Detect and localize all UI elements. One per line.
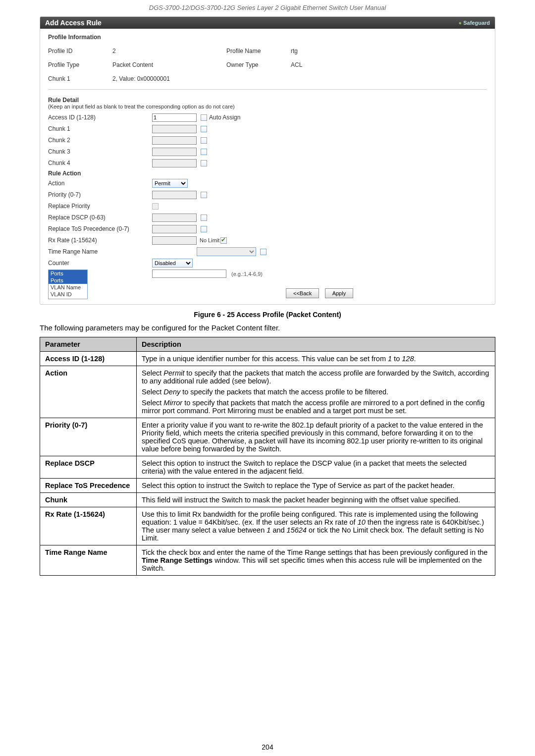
param-desc-paragraph: Select this option to instruct the Switc… [142, 459, 490, 475]
doc-header: DGS-3700-12/DGS-3700-12G Series Layer 2 … [0, 0, 535, 11]
th-description: Description [137, 337, 495, 352]
replace-dscp-input[interactable] [152, 214, 197, 222]
param-desc-paragraph: Use this to limit Rx bandwidth for the p… [142, 510, 490, 542]
rule-action-heading: Rule Action [48, 170, 487, 177]
param-desc-cell: Select this option to instruct the Switc… [137, 456, 495, 479]
action-label: Action [48, 180, 152, 187]
param-desc-paragraph: Select this option to instruct the Switc… [142, 482, 490, 489]
ports-listbox[interactable]: Ports Ports VLAN Name VLAN ID [48, 270, 88, 299]
owner-type-label: Owner Type [226, 61, 291, 68]
row-profile-id: Profile ID 2 Profile Name rtg [48, 48, 487, 54]
no-limit-checkbox[interactable] [220, 237, 227, 244]
ports-eg-label: (e.g.:1,4-6,9) [231, 271, 263, 277]
time-range-select[interactable] [197, 247, 256, 256]
param-name-cell: Replace ToS Precedence [40, 479, 137, 493]
rule-detail-heading: Rule Detail [48, 97, 487, 104]
replace-priority-checkbox[interactable] [152, 203, 159, 210]
row-chunk-3: Chunk 3 [48, 147, 487, 157]
panel-title-bar: Add Access Rule Safeguard [40, 17, 495, 29]
chunk1-value: 2, Value: 0x00000001 [112, 75, 226, 82]
param-name-cell: Action [40, 366, 137, 418]
param-name-cell: Priority (0-7) [40, 418, 137, 456]
param-desc-cell: Type in a unique identifier number for t… [137, 352, 495, 366]
row-time-range: Time Range Name [48, 247, 487, 257]
chunk2-checkbox[interactable] [201, 137, 207, 144]
access-id-label: Access ID (1-128) [48, 114, 152, 121]
row-chunk1: Chunk 1 2, Value: 0x00000001 [48, 75, 487, 82]
ports-option-vlan-id[interactable]: VLAN ID [49, 291, 87, 298]
chunk3-lbl: Chunk 3 [48, 148, 152, 155]
rx-rate-label: Rx Rate (1-15624) [48, 237, 152, 244]
intro-text: The following parameters may be configur… [40, 324, 495, 332]
row-profile-type: Profile Type Packet Content Owner Type A… [48, 61, 487, 68]
row-chunk-1: Chunk 1 [48, 124, 487, 134]
param-desc-cell: This field will instruct the Switch to m… [137, 493, 495, 507]
param-name-cell: Access ID (1-128) [40, 352, 137, 366]
profile-id-value: 2 [112, 48, 226, 54]
replace-tos-input[interactable] [152, 225, 197, 233]
chunk4-checkbox[interactable] [201, 160, 207, 166]
param-desc-paragraph: Select Permit to specify that the packet… [142, 369, 490, 385]
time-range-checkbox[interactable] [260, 249, 267, 255]
row-access-id: Access ID (1-128) Auto Assign [48, 112, 487, 122]
panel-title: Add Access Rule [45, 19, 102, 27]
row-rx-rate: Rx Rate (1-15624) No Limit [48, 235, 487, 245]
row-priority: Priority (0-7) [48, 190, 487, 200]
profile-type-label: Profile Type [48, 61, 112, 68]
row-counter: Counter Disabled [48, 258, 487, 268]
back-button[interactable]: <<Back [286, 288, 319, 298]
row-replace-dscp: Replace DSCP (0-63) [48, 213, 487, 222]
apply-button[interactable]: Apply [325, 288, 354, 298]
profile-id-label: Profile ID [48, 48, 112, 54]
row-chunk-2: Chunk 2 [48, 135, 487, 145]
rule-detail-caption: (Keep an input field as blank to treat t… [48, 104, 487, 109]
param-desc-cell: Tick the check box and enter the name of… [137, 545, 495, 576]
chunk2-lbl: Chunk 2 [48, 137, 152, 144]
counter-label: Counter [48, 260, 152, 267]
figure-caption: Figure 6 - 25 Access Profile (Packet Con… [0, 311, 535, 319]
chunk4-lbl: Chunk 4 [48, 160, 152, 166]
chunk1-checkbox[interactable] [201, 126, 207, 132]
param-desc-paragraph: Tick the check box and enter the name of… [142, 548, 490, 572]
ports-text-input[interactable] [152, 270, 226, 278]
replace-tos-label: Replace ToS Precedence (0-7) [48, 225, 152, 232]
page-number: 204 [0, 743, 535, 751]
param-desc-paragraph: This field will instruct the Switch to m… [142, 496, 490, 504]
param-desc-paragraph: Select Mirror to specify that packets th… [142, 399, 490, 415]
no-limit-label: No Limit [200, 237, 219, 243]
table-row: Replace DSCPSelect this option to instru… [40, 456, 495, 479]
ports-option-ports-sel[interactable]: Ports [49, 270, 87, 277]
chunk4-input[interactable] [152, 159, 197, 167]
profile-type-value: Packet Content [112, 61, 226, 68]
auto-assign-checkbox[interactable] [201, 114, 207, 121]
param-name-cell: Replace DSCP [40, 456, 137, 479]
action-select[interactable]: Permit [152, 179, 188, 188]
rx-rate-input[interactable] [152, 236, 197, 245]
param-desc-cell: Select this option to instruct the Switc… [137, 479, 495, 493]
access-id-input[interactable] [152, 113, 197, 122]
ports-option-ports2[interactable]: Ports [49, 277, 87, 284]
table-row: Time Range NameTick the check box and en… [40, 545, 495, 576]
chunk1-lbl: Chunk 1 [48, 125, 152, 132]
row-action: Action Permit [48, 178, 487, 188]
chunk3-checkbox[interactable] [201, 149, 207, 155]
priority-label: Priority (0-7) [48, 191, 152, 198]
replace-dscp-checkbox[interactable] [201, 215, 207, 221]
replace-tos-checkbox[interactable] [201, 226, 207, 232]
priority-input[interactable] [152, 191, 197, 199]
chunk1-label: Chunk 1 [48, 75, 112, 82]
replace-dscp-label: Replace DSCP (0-63) [48, 214, 152, 221]
profile-name-label: Profile Name [226, 48, 291, 54]
safeguard-icon: Safeguard [459, 20, 490, 26]
add-access-rule-panel: Add Access Rule Safeguard Profile Inform… [40, 16, 495, 305]
chunk3-input[interactable] [152, 148, 197, 156]
param-desc-paragraph: Type in a unique identifier number for t… [142, 355, 490, 363]
parameter-table: Parameter Description Access ID (1-128)T… [40, 337, 495, 576]
chunk1-input[interactable] [152, 125, 197, 133]
counter-select[interactable]: Disabled [152, 259, 193, 268]
ports-option-vlan-name[interactable]: VLAN Name [49, 284, 87, 291]
param-name-cell: Chunk [40, 493, 137, 507]
chunk2-input[interactable] [152, 136, 197, 145]
auto-assign-label: Auto Assign [209, 114, 240, 121]
priority-checkbox[interactable] [201, 192, 207, 198]
